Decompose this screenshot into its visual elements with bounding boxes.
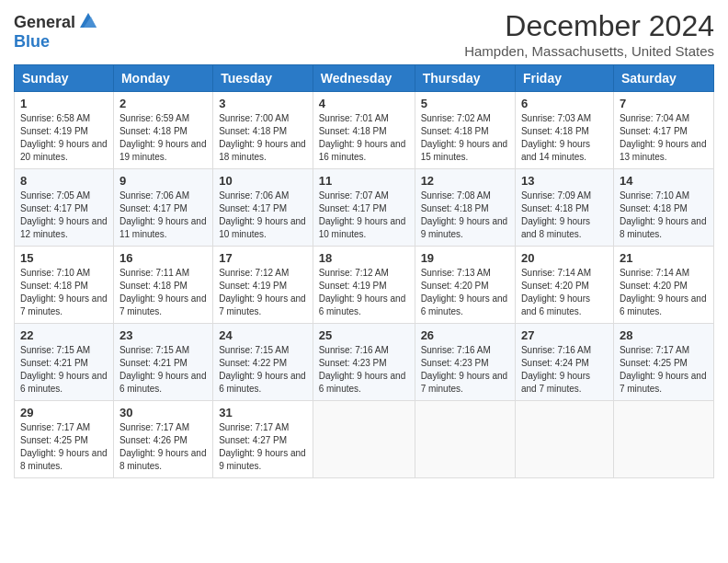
location-title: Hampden, Massachusetts, United States [464,43,714,59]
day-number: 24 [219,328,307,342]
week-row-3: 15Sunrise: 7:10 AMSunset: 4:18 PMDayligh… [15,247,714,324]
logo-icon [78,11,98,33]
day-number: 26 [421,328,509,342]
day-cell [313,401,415,478]
day-cell: 8Sunrise: 7:05 AMSunset: 4:17 PMDaylight… [15,169,114,247]
day-info: Sunrise: 7:10 AMSunset: 4:18 PMDaylight:… [20,267,108,318]
day-info: Sunrise: 7:12 AMSunset: 4:19 PMDaylight:… [319,267,409,318]
day-info: Sunrise: 7:05 AMSunset: 4:17 PMDaylight:… [20,190,108,241]
day-info: Sunrise: 7:09 AMSunset: 4:18 PMDaylight:… [521,190,608,241]
day-number: 28 [620,328,708,342]
day-cell: 1Sunrise: 6:58 AMSunset: 4:19 PMDaylight… [15,92,114,169]
title-area: December 2024 Hampden, Massachusetts, Un… [464,9,714,59]
day-cell: 25Sunrise: 7:16 AMSunset: 4:23 PMDayligh… [313,324,415,401]
day-info: Sunrise: 7:17 AMSunset: 4:25 PMDaylight:… [20,421,108,473]
day-info: Sunrise: 7:13 AMSunset: 4:20 PMDaylight:… [421,267,509,318]
day-number: 17 [219,251,307,265]
day-number: 22 [20,328,108,342]
day-cell: 24Sunrise: 7:15 AMSunset: 4:22 PMDayligh… [213,324,313,401]
day-number: 2 [119,97,207,110]
day-cell: 15Sunrise: 7:10 AMSunset: 4:18 PMDayligh… [15,247,114,324]
day-cell: 31Sunrise: 7:17 AMSunset: 4:27 PMDayligh… [213,401,313,478]
column-header-friday: Friday [515,65,613,92]
day-info: Sunrise: 7:16 AMSunset: 4:23 PMDaylight:… [319,344,409,396]
day-cell: 20Sunrise: 7:14 AMSunset: 4:20 PMDayligh… [515,247,613,324]
day-cell: 5Sunrise: 7:02 AMSunset: 4:18 PMDaylight… [415,92,515,169]
day-info: Sunrise: 7:14 AMSunset: 4:20 PMDaylight:… [521,267,608,318]
day-number: 4 [319,97,409,110]
day-info: Sunrise: 7:04 AMSunset: 4:17 PMDaylight:… [620,112,708,164]
day-info: Sunrise: 6:59 AMSunset: 4:18 PMDaylight:… [119,112,207,164]
day-cell [613,401,713,478]
column-header-saturday: Saturday [613,65,713,92]
day-cell: 30Sunrise: 7:17 AMSunset: 4:26 PMDayligh… [113,401,212,478]
day-cell: 4Sunrise: 7:01 AMSunset: 4:18 PMDaylight… [313,92,415,169]
day-info: Sunrise: 7:17 AMSunset: 4:26 PMDaylight:… [119,421,207,473]
day-info: Sunrise: 7:00 AMSunset: 4:18 PMDaylight:… [219,112,307,164]
day-cell: 13Sunrise: 7:09 AMSunset: 4:18 PMDayligh… [515,169,613,247]
day-number: 12 [421,174,509,188]
day-number: 18 [319,251,409,265]
day-number: 27 [521,328,608,342]
week-row-4: 22Sunrise: 7:15 AMSunset: 4:21 PMDayligh… [15,324,714,401]
column-header-tuesday: Tuesday [213,65,313,92]
day-cell: 7Sunrise: 7:04 AMSunset: 4:17 PMDaylight… [613,92,713,169]
day-cell: 3Sunrise: 7:00 AMSunset: 4:18 PMDaylight… [213,92,313,169]
column-header-monday: Monday [113,65,212,92]
day-number: 8 [20,174,108,188]
week-row-1: 1Sunrise: 6:58 AMSunset: 4:19 PMDaylight… [15,92,714,169]
calendar-header-row: SundayMondayTuesdayWednesdayThursdayFrid… [15,65,714,92]
day-cell: 2Sunrise: 6:59 AMSunset: 4:18 PMDaylight… [113,92,212,169]
day-number: 13 [521,174,608,188]
week-row-5: 29Sunrise: 7:17 AMSunset: 4:25 PMDayligh… [15,401,714,478]
day-number: 5 [421,97,509,110]
day-info: Sunrise: 7:17 AMSunset: 4:27 PMDaylight:… [219,421,307,473]
day-info: Sunrise: 7:01 AMSunset: 4:18 PMDaylight:… [319,112,409,164]
day-cell: 22Sunrise: 7:15 AMSunset: 4:21 PMDayligh… [15,324,114,401]
logo: General Blue [14,13,98,52]
day-cell: 12Sunrise: 7:08 AMSunset: 4:18 PMDayligh… [415,169,515,247]
day-cell: 11Sunrise: 7:07 AMSunset: 4:17 PMDayligh… [313,169,415,247]
day-cell: 23Sunrise: 7:15 AMSunset: 4:21 PMDayligh… [113,324,212,401]
day-cell: 10Sunrise: 7:06 AMSunset: 4:17 PMDayligh… [213,169,313,247]
day-info: Sunrise: 7:15 AMSunset: 4:21 PMDaylight:… [20,344,108,396]
month-title: December 2024 [464,9,714,43]
day-info: Sunrise: 7:07 AMSunset: 4:17 PMDaylight:… [319,190,409,241]
day-number: 29 [20,406,108,419]
day-number: 19 [421,251,509,265]
day-info: Sunrise: 7:14 AMSunset: 4:20 PMDaylight:… [620,267,708,318]
day-cell: 14Sunrise: 7:10 AMSunset: 4:18 PMDayligh… [613,169,713,247]
day-number: 14 [620,174,708,188]
calendar-table: SundayMondayTuesdayWednesdayThursdayFrid… [14,64,714,478]
day-number: 15 [20,251,108,265]
logo-general: General [14,14,75,32]
column-header-sunday: Sunday [15,65,114,92]
day-cell [515,401,613,478]
day-number: 20 [521,251,608,265]
day-info: Sunrise: 7:08 AMSunset: 4:18 PMDaylight:… [421,190,509,241]
day-info: Sunrise: 7:03 AMSunset: 4:18 PMDaylight:… [521,112,608,164]
day-number: 30 [119,406,207,419]
day-info: Sunrise: 7:06 AMSunset: 4:17 PMDaylight:… [119,190,207,241]
day-info: Sunrise: 7:16 AMSunset: 4:23 PMDaylight:… [421,344,509,396]
day-info: Sunrise: 6:58 AMSunset: 4:19 PMDaylight:… [20,112,108,164]
day-cell: 16Sunrise: 7:11 AMSunset: 4:18 PMDayligh… [113,247,212,324]
day-cell: 29Sunrise: 7:17 AMSunset: 4:25 PMDayligh… [15,401,114,478]
day-cell: 21Sunrise: 7:14 AMSunset: 4:20 PMDayligh… [613,247,713,324]
day-number: 23 [119,328,207,342]
header: General Blue December 2024 Hampden, Mass… [14,9,714,59]
day-number: 9 [119,174,207,188]
day-number: 31 [219,406,307,419]
day-cell: 17Sunrise: 7:12 AMSunset: 4:19 PMDayligh… [213,247,313,324]
logo-blue: Blue [14,32,50,51]
day-number: 6 [521,97,608,110]
day-cell: 27Sunrise: 7:16 AMSunset: 4:24 PMDayligh… [515,324,613,401]
column-header-thursday: Thursday [415,65,515,92]
column-header-wednesday: Wednesday [313,65,415,92]
day-number: 11 [319,174,409,188]
day-number: 7 [620,97,708,110]
day-info: Sunrise: 7:02 AMSunset: 4:18 PMDaylight:… [421,112,509,164]
calendar-body: 1Sunrise: 6:58 AMSunset: 4:19 PMDaylight… [15,92,714,478]
day-cell: 19Sunrise: 7:13 AMSunset: 4:20 PMDayligh… [415,247,515,324]
day-number: 1 [20,97,108,110]
